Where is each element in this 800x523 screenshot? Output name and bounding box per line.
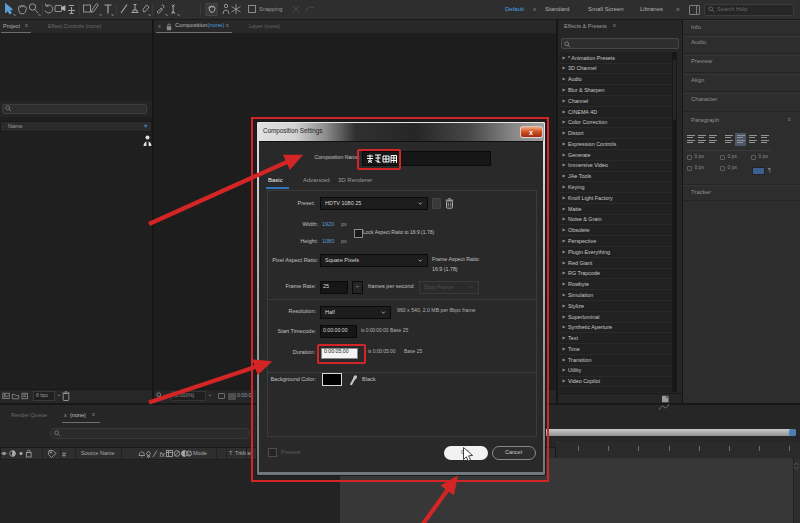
svg-text:#: # bbox=[62, 451, 66, 458]
svg-text:fx: fx bbox=[160, 451, 166, 458]
